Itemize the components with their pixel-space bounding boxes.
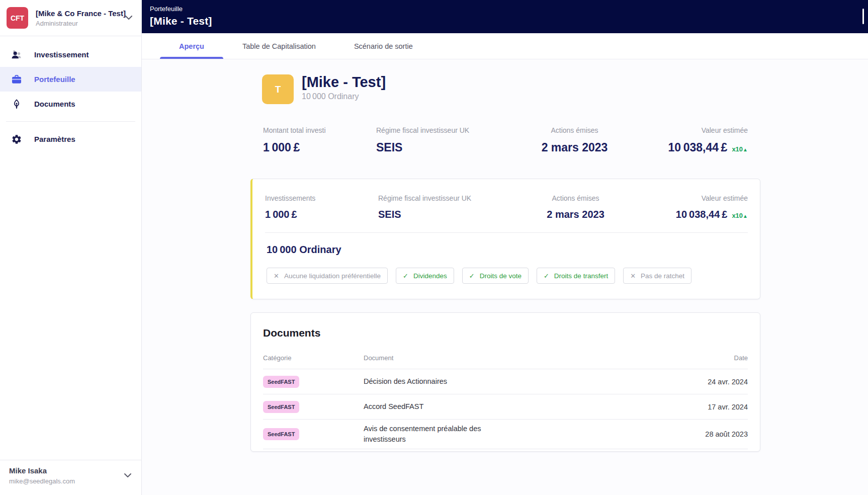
sidebar-item-documents[interactable]: Documents xyxy=(0,92,141,116)
document-date: 17 avr. 2024 xyxy=(662,403,748,411)
company-selector[interactable]: CFT [Mike & Co France - Test] Administra… xyxy=(0,0,141,36)
tag-droits-de-transfert: ✓ Droits de transfert xyxy=(537,268,615,284)
entity-header: T [Mike - Test] 10 000 Ordinary xyxy=(262,74,760,104)
chevron-down-icon[interactable] xyxy=(122,471,133,480)
tab-table-de-capitalisation[interactable]: Table de Capitalisation xyxy=(223,33,335,59)
company-role: Administrateur xyxy=(36,20,116,27)
people-icon xyxy=(11,49,23,61)
document-name: Décision des Actionnaires xyxy=(364,376,489,387)
stat-montant-total-investi: Montant total investi 1 000 £ xyxy=(263,126,376,154)
category-badge: SeedFAST xyxy=(263,376,299,388)
sidebar-item-parametres[interactable]: Paramètres xyxy=(0,127,141,151)
cross-icon: ✕ xyxy=(274,272,279,280)
column-header-document: Document xyxy=(364,354,662,362)
overview-stats: Montant total investi 1 000 £ Régime fis… xyxy=(250,126,760,154)
app-root: CFT [Mike & Co France - Test] Administra… xyxy=(0,0,868,495)
stat-value: 10 038,44 £ xyxy=(676,209,728,220)
page-title: [Mike - Test] xyxy=(150,15,868,27)
multiple-badge: x10▲ xyxy=(732,145,748,153)
check-icon: ✓ xyxy=(403,272,408,280)
divider xyxy=(265,232,748,233)
tab-scenario-de-sortie[interactable]: Scénario de sortie xyxy=(335,33,432,59)
sidebar: CFT [Mike & Co France - Test] Administra… xyxy=(0,0,142,495)
sidebar-nav: Investissement Portefeuille xyxy=(0,36,141,151)
divider xyxy=(6,121,135,122)
user-meta: Mike Isaka mike@seedlegals.com xyxy=(9,466,75,485)
share-class-card: Investissements 1 000 £ Régime fiscal in… xyxy=(250,179,760,299)
share-class-title: 10 000 Ordinary xyxy=(267,244,748,256)
breadcrumb: Portefeuille xyxy=(150,5,868,13)
tag-label: Droits de vote xyxy=(480,272,522,280)
gear-icon xyxy=(11,134,23,145)
column-header-categorie: Catégorie xyxy=(263,354,364,362)
user-menu[interactable]: Mike Isaka mike@seedlegals.com xyxy=(0,460,141,495)
entity-subtitle: 10 000 Ordinary xyxy=(302,92,386,101)
stat-regime-fiscal: Régime fiscal investisseur UK SEIS xyxy=(378,194,522,220)
category-badge: SeedFAST xyxy=(263,401,299,413)
page-header: Portefeuille [Mike - Test] xyxy=(142,0,868,33)
stat-actions-emises: Actions émises 2 mars 2023 xyxy=(522,194,630,220)
documents-table-header: Catégorie Document Date xyxy=(263,354,748,369)
user-email: mike@seedlegals.com xyxy=(9,477,75,485)
sidebar-item-investissement[interactable]: Investissement xyxy=(0,42,141,67)
avatar: T xyxy=(262,74,294,104)
up-arrow-icon: ▲ xyxy=(743,147,748,152)
table-row[interactable]: SeedFAST Décision des Actionnaires 24 av… xyxy=(263,369,748,394)
tag-droits-de-vote: ✓ Droits de vote xyxy=(462,268,529,284)
category-badge: SeedFAST xyxy=(263,428,299,440)
tag-label: Droits de transfert xyxy=(554,272,608,280)
documents-card: Documents Catégorie Document Date SeedFA… xyxy=(250,312,760,452)
company-meta: [Mike & Co France - Test] Administrateur xyxy=(36,9,116,27)
tag-label: Aucune liquidation préférentielle xyxy=(284,272,381,280)
up-arrow-icon: ▲ xyxy=(743,213,748,219)
sidebar-item-portefeuille[interactable]: Portefeuille xyxy=(0,67,141,92)
company-name: [Mike & Co France - Test] xyxy=(36,9,116,18)
table-row[interactable]: SeedFAST Avis de consentement préalable … xyxy=(263,420,748,449)
multiple-badge: x10▲ xyxy=(732,212,748,219)
sidebar-item-label: Documents xyxy=(34,100,75,108)
stat-valeur-estimee: Valeur estimée 10 038,44 £x10▲ xyxy=(630,126,748,154)
tag-pas-de-ratchet: ✕ Pas de ratchet xyxy=(623,268,691,284)
cross-icon: ✕ xyxy=(630,272,636,280)
stat-valeur-estimee: Valeur estimée 10 038,44 £x10▲ xyxy=(630,194,748,220)
sidebar-item-label: Paramètres xyxy=(34,135,75,143)
share-card-stats: Investissements 1 000 £ Régime fiscal in… xyxy=(265,194,748,220)
sidebar-item-label: Investissement xyxy=(34,50,89,59)
chevron-down-icon[interactable] xyxy=(123,14,134,22)
documents-title: Documents xyxy=(263,327,748,339)
sidebar-item-label: Portefeuille xyxy=(34,75,75,84)
document-name: Accord SeedFAST xyxy=(364,401,489,412)
column-header-date: Date xyxy=(662,354,748,362)
user-name: Mike Isaka xyxy=(9,466,75,475)
tag-dividendes: ✓ Dividendes xyxy=(396,268,454,284)
document-date: 28 août 2023 xyxy=(662,430,748,438)
check-icon: ✓ xyxy=(469,272,475,280)
stat-investissements: Investissements 1 000 £ xyxy=(265,194,378,220)
pen-nib-icon xyxy=(11,98,23,110)
tag-label: Pas de ratchet xyxy=(641,272,684,280)
main-area: Portefeuille [Mike - Test] Aperçu Table … xyxy=(142,0,868,495)
briefcase-icon xyxy=(11,73,23,86)
table-row[interactable]: SeedFAST Accord SeedFAST 17 avr. 2024 xyxy=(263,394,748,420)
stat-value: 10 038,44 £ xyxy=(668,141,727,154)
tab-bar: Aperçu Table de Capitalisation Scénario … xyxy=(142,33,868,59)
entity-title: [Mike - Test] xyxy=(302,74,386,91)
stat-regime-fiscal: Régime fiscal investisseur UK SEIS xyxy=(376,126,519,154)
check-icon: ✓ xyxy=(544,272,549,280)
document-date: 24 avr. 2024 xyxy=(662,378,748,386)
share-rights-tags: ✕ Aucune liquidation préférentielle ✓ Di… xyxy=(267,268,748,284)
scrollbar-thumb[interactable] xyxy=(862,9,864,24)
entity-titles: [Mike - Test] 10 000 Ordinary xyxy=(302,74,386,101)
document-name: Avis de consentement préalable des inves… xyxy=(364,424,489,445)
stat-actions-emises: Actions émises 2 mars 2023 xyxy=(519,126,630,154)
tag-aucune-liquidation-preferentielle: ✕ Aucune liquidation préférentielle xyxy=(267,268,388,284)
company-logo: CFT xyxy=(7,7,28,29)
content: T [Mike - Test] 10 000 Ordinary Montant … xyxy=(142,59,868,495)
tab-apercu[interactable]: Aperçu xyxy=(160,33,223,59)
tag-label: Dividendes xyxy=(413,272,447,280)
